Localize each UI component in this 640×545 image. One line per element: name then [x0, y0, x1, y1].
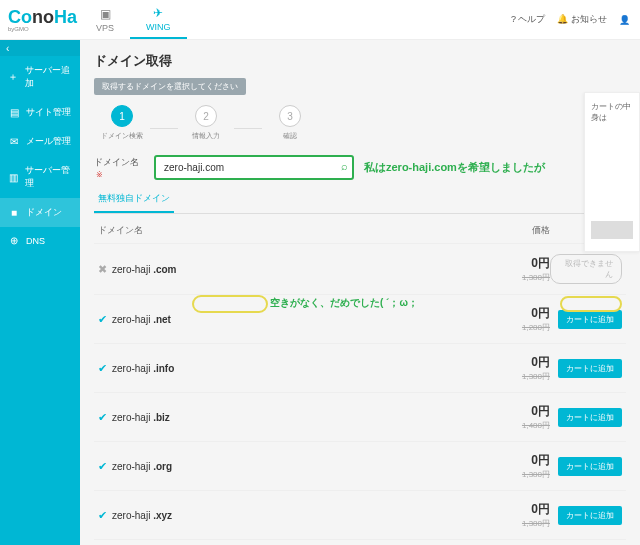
cart-action-button[interactable] — [591, 221, 633, 239]
site-icon: ▤ — [8, 107, 20, 118]
table-row: ✔zero-haji .info0円1,380円カートに追加 — [94, 343, 626, 392]
search-label: ドメイン名※ — [94, 156, 144, 179]
sidebar-item-dns[interactable]: ⊕DNS — [0, 227, 80, 254]
sidebar-item-site[interactable]: ▤サイト管理 — [0, 98, 80, 127]
price: 0円 — [470, 452, 550, 469]
price: 0円 — [470, 305, 550, 322]
sidebar-collapse[interactable]: ‹ — [0, 40, 80, 56]
step-1: 1 ドメイン検索 — [94, 105, 150, 141]
topnav-label: WING — [146, 22, 171, 32]
wing-icon: ✈ — [153, 6, 163, 20]
steps: 1 ドメイン検索 2 情報入力 3 確認 — [94, 105, 626, 141]
cart-header: カートの中身は — [585, 93, 639, 131]
server-icon: ▣ — [100, 7, 111, 21]
mail-icon: ✉ — [8, 136, 20, 147]
topnav-label: VPS — [96, 23, 114, 33]
price-original: 1,380円 — [470, 371, 550, 382]
sidebar-item-domain[interactable]: ■ドメイン — [0, 198, 80, 227]
annotation-text: 私はzero-haji.comを希望しましたが — [364, 160, 545, 175]
unavailable-badge: 取得できません — [550, 254, 622, 284]
table-row: ✔zero-haji .org0円1,380円カートに追加 — [94, 441, 626, 490]
price-original: 1,380円 — [470, 272, 550, 283]
sidebar-item-mail[interactable]: ✉メール管理 — [0, 127, 80, 156]
page-title: ドメイン取得 — [94, 52, 626, 70]
add-to-cart-button[interactable]: カートに追加 — [558, 506, 622, 525]
check-icon: ✔ — [98, 411, 112, 424]
check-icon: ✔ — [98, 509, 112, 522]
domain-name: zero-haji .info — [112, 363, 470, 374]
user-menu-icon[interactable]: 👤 — [619, 15, 630, 25]
check-icon: ✔ — [98, 460, 112, 473]
price-original: 1,380円 — [470, 518, 550, 529]
price: 0円 — [470, 354, 550, 371]
help-icon: ? — [511, 14, 516, 24]
topnav-wing[interactable]: ✈ WING — [130, 0, 187, 39]
sidebar-item-server[interactable]: ▥サーバー管理 — [0, 156, 80, 198]
domain-name: zero-haji .com — [112, 264, 470, 275]
step-3: 3 確認 — [262, 105, 318, 141]
add-to-cart-button[interactable]: カートに追加 — [558, 408, 622, 427]
search-icon[interactable]: ⌕ — [341, 160, 348, 172]
add-to-cart-button[interactable]: カートに追加 — [558, 457, 622, 476]
step-2: 2 情報入力 — [178, 105, 234, 141]
page-hint: 取得するドメインを選択してください — [94, 78, 246, 95]
domain-icon: ■ — [8, 207, 20, 218]
plus-icon: ＋ — [8, 70, 19, 84]
notice-link[interactable]: 🔔 お知らせ — [557, 13, 607, 26]
domain-name: zero-haji .biz — [112, 412, 470, 423]
price: 0円 — [470, 255, 550, 272]
domain-search-input[interactable] — [154, 155, 354, 180]
server-mgmt-icon: ▥ — [8, 172, 19, 183]
x-icon: ✖ — [98, 263, 112, 276]
annotation-text: 空きがなく、だめでした( ´；ω； — [270, 296, 418, 310]
table-row: ✔zero-haji .click0円980円カートに追加 — [94, 539, 626, 545]
logo: ConoHa byGMO — [0, 7, 80, 32]
cart-panel: カートの中身は — [584, 92, 640, 252]
price-original: 1,280円 — [470, 322, 550, 333]
price-original: 1,480円 — [470, 420, 550, 431]
add-to-cart-button[interactable]: カートに追加 — [558, 359, 622, 378]
dns-icon: ⊕ — [8, 235, 20, 246]
price: 0円 — [470, 501, 550, 518]
tab-free-domain[interactable]: 無料独自ドメイン — [94, 186, 174, 213]
check-icon: ✔ — [98, 362, 112, 375]
add-to-cart-button[interactable]: カートに追加 — [558, 310, 622, 329]
topnav-vps[interactable]: ▣ VPS — [80, 0, 130, 39]
table-row: ✔zero-haji .xyz0円1,380円カートに追加 — [94, 490, 626, 539]
price: 0円 — [470, 403, 550, 420]
table-header: ドメイン名 価格 — [94, 214, 626, 243]
sidebar-item-add-server[interactable]: ＋サーバー追加 — [0, 56, 80, 98]
domain-name: zero-haji .net — [112, 314, 470, 325]
table-row: ✔zero-haji .biz0円1,480円カートに追加 — [94, 392, 626, 441]
domain-name: zero-haji .xyz — [112, 510, 470, 521]
table-row: ✖zero-haji .com0円1,380円取得できません — [94, 243, 626, 294]
domain-name: zero-haji .org — [112, 461, 470, 472]
sidebar: ‹ ＋サーバー追加 ▤サイト管理 ✉メール管理 ▥サーバー管理 ■ドメイン ⊕D… — [0, 40, 80, 545]
check-icon: ✔ — [98, 313, 112, 326]
help-link[interactable]: ? ヘルプ — [511, 13, 546, 26]
bell-icon: 🔔 — [557, 14, 568, 24]
price-original: 1,380円 — [470, 469, 550, 480]
